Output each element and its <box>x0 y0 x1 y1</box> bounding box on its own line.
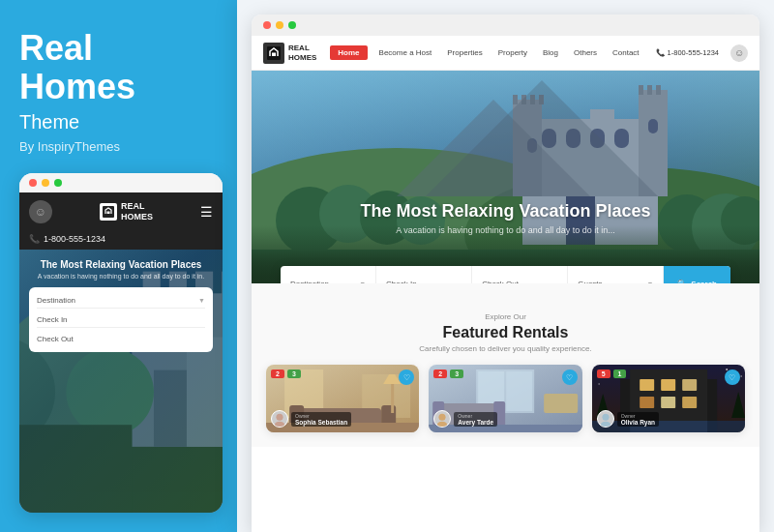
mobile-destination-field[interactable]: Destination ▼ <box>37 293 205 309</box>
svg-rect-31 <box>647 85 652 95</box>
svg-rect-68 <box>544 394 578 413</box>
svg-rect-30 <box>639 85 643 95</box>
search-checkout-field[interactable]: Check Out <box>472 266 568 283</box>
mobile-hero-title: The Most Relaxing Vacation Places <box>29 259 213 270</box>
card-1-badge-bed: 2 <box>271 369 284 378</box>
card-2-badge-bath: 3 <box>450 369 463 378</box>
card-3-badges: 5 1 <box>597 369 627 378</box>
destination-chevron-icon: ▼ <box>359 281 366 284</box>
svg-point-71 <box>437 422 448 428</box>
svg-rect-15 <box>19 425 132 513</box>
right-panel: REAL HOMES Home Become a Host Properties… <box>237 0 774 532</box>
svg-rect-1 <box>106 212 109 215</box>
svg-point-85 <box>740 375 742 377</box>
svg-point-86 <box>598 383 600 385</box>
card-3-save-icon[interactable]: ♡ <box>725 369 740 385</box>
mobile-phone-bar: 📞 1-800-555-1234 <box>19 231 223 250</box>
nav-phone: 📞 1-800-555-1234 <box>656 48 719 57</box>
svg-rect-79 <box>661 397 675 408</box>
mobile-logo: REAL HOMES <box>100 201 153 222</box>
mobile-checkout-field[interactable]: Check Out <box>37 332 205 346</box>
search-button[interactable]: 🔍 Search <box>664 266 730 283</box>
nav-home-button[interactable]: Home <box>330 45 367 60</box>
desktop-logo-text: REAL HOMES <box>288 44 316 62</box>
svg-point-59 <box>276 414 283 421</box>
mobile-titlebar <box>19 173 223 192</box>
card-3-badge-bath: 1 <box>613 369 627 378</box>
card-1-badge-bath: 3 <box>287 369 301 378</box>
svg-rect-64 <box>506 371 532 411</box>
desktop-logo: REAL HOMES <box>263 43 316 64</box>
minimize-dot <box>42 179 49 187</box>
search-destination-field[interactable]: Destination ▼ <box>281 266 376 283</box>
mobile-search-form: Destination ▼ Check In Check Out <box>29 287 213 352</box>
mobile-logo-icon <box>100 203 117 221</box>
card-2-save-icon[interactable]: ♡ <box>562 369 578 385</box>
nav-become-host[interactable]: Become a Host <box>375 46 436 59</box>
desktop-hero: The Most Relaxing Vacation Places A vaca… <box>252 71 759 283</box>
section-subtitle: Carefully chosen to deliver you quality … <box>266 344 745 353</box>
nav-user-icon[interactable]: ☺ <box>730 44 748 62</box>
card-1-owner: Owner Sophia Sebastian <box>271 410 351 428</box>
close-dot <box>29 179 37 187</box>
svg-rect-7 <box>222 272 223 305</box>
desktop-titlebar <box>252 15 759 36</box>
svg-point-70 <box>439 414 446 421</box>
svg-point-89 <box>602 414 609 421</box>
desktop-search-bar: Destination ▼ Check In Check Out Guests … <box>281 266 730 283</box>
mobile-checkin-field[interactable]: Check In <box>37 312 205 328</box>
desktop-window: REAL HOMES Home Become a Host Properties… <box>252 15 759 532</box>
svg-rect-57 <box>391 384 394 413</box>
mobile-hero-section: The Most Relaxing Vacation Places A vaca… <box>19 250 223 513</box>
card-1-owner-avatar <box>271 410 288 428</box>
chevron-down-icon: ▼ <box>198 297 205 304</box>
svg-rect-77 <box>682 379 697 391</box>
mobile-hero-subtitle: A vacation is having nothing to do and a… <box>29 273 213 280</box>
maximize-dot <box>54 179 62 187</box>
desktop-minimize-dot <box>276 21 283 29</box>
svg-rect-36 <box>614 129 629 148</box>
card-1-badges: 2 3 <box>271 369 301 378</box>
nav-contact[interactable]: Contact <box>609 46 643 59</box>
desktop-hero-content: The Most Relaxing Vacation Places A vaca… <box>252 201 759 235</box>
svg-point-90 <box>600 422 610 428</box>
desktop-hero-subtitle: A vacation is having nothing to do and a… <box>252 225 759 235</box>
svg-point-13 <box>66 348 154 436</box>
search-guests-field[interactable]: Guests ▼ <box>568 266 664 283</box>
card-1-owner-info: Owner Sophia Sebastian <box>291 412 351 427</box>
mobile-preview-card: ☺ REAL HOMES ☰ 📞 1-800-555-1234 <box>19 173 223 513</box>
nav-properties[interactable]: Properties <box>443 46 486 59</box>
card-3-owner-avatar <box>597 410 614 428</box>
hamburger-icon[interactable]: ☰ <box>200 204 213 220</box>
desktop-hero-title: The Most Relaxing Vacation Places <box>252 201 759 222</box>
property-card-3[interactable]: 5 1 ♡ Owner Olivia Ryan <box>592 365 745 432</box>
card-2-image: 2 3 ♡ Owner Avery Tarde <box>429 365 581 432</box>
desktop-close-dot <box>263 21 271 29</box>
theme-title: Real Homes <box>19 29 223 105</box>
nav-property[interactable]: Property <box>494 46 531 59</box>
search-icon: 🔍 <box>677 280 687 284</box>
svg-rect-80 <box>682 397 697 408</box>
svg-rect-9 <box>187 338 223 447</box>
svg-rect-38 <box>648 119 658 133</box>
section-title: Featured Rentals <box>266 324 745 341</box>
svg-rect-75 <box>640 379 654 391</box>
svg-rect-8 <box>154 370 189 447</box>
theme-subtitle: Theme <box>19 111 223 133</box>
svg-rect-78 <box>640 397 654 408</box>
property-card-2[interactable]: 2 3 ♡ Owner Avery Tarde <box>429 365 581 432</box>
theme-by: By InspiryThemes <box>19 139 223 154</box>
search-checkin-field[interactable]: Check In <box>376 266 472 283</box>
property-card-1[interactable]: 2 3 ♡ Owner Sophia Sebastian <box>266 365 419 432</box>
card-2-owner: Owner Avery Tarde <box>433 410 497 428</box>
desktop-nav: REAL HOMES Home Become a Host Properties… <box>252 36 759 71</box>
card-2-badges: 2 3 <box>433 369 463 378</box>
featured-rentals-section: Explore Our Featured Rentals Carefully c… <box>252 283 759 447</box>
property-cards-list: 2 3 ♡ Owner Sophia Sebastian <box>266 365 745 432</box>
card-2-owner-info: Owner Avery Tarde <box>454 412 497 427</box>
mobile-phone-number: 1-800-555-1234 <box>44 234 105 244</box>
guests-chevron-icon: ▼ <box>646 281 653 284</box>
mobile-nav: ☺ REAL HOMES ☰ <box>19 192 223 231</box>
nav-others[interactable]: Others <box>570 46 601 59</box>
nav-blog[interactable]: Blog <box>539 46 562 59</box>
